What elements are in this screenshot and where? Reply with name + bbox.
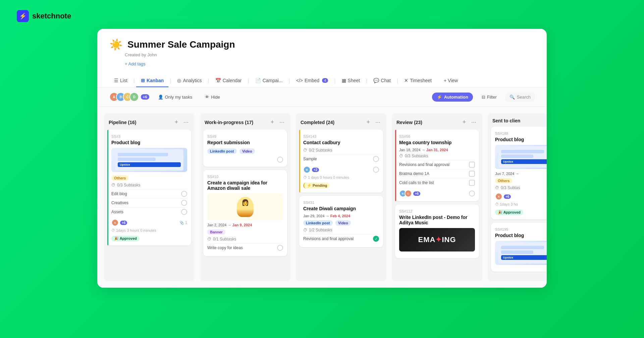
wip-more-btn[interactable]: ··· [278, 118, 286, 126]
card-ss10-title: Create a campaign idea for Amazon diwali… [207, 180, 283, 191]
automation-icon: ⚡ [437, 95, 442, 100]
subtask-sample-check [373, 156, 379, 162]
tab-timesheet-label: Timesheet [410, 78, 432, 83]
subtask-editblog-check [181, 191, 187, 197]
card-ss143-avcount: +2 [312, 168, 319, 172]
card-ss9-id: SS#9 [207, 134, 283, 138]
calendar-icon: 📅 [215, 78, 221, 83]
column-sent-header: Sent to clien [488, 113, 547, 127]
subtask-writecopy[interactable]: Write copy for ideas [207, 243, 283, 252]
tab-list[interactable]: ☰ List [109, 74, 132, 87]
card-ss112[interactable]: SS#112 Write LinkedIn post - Demo for Ad… [395, 205, 479, 258]
subtask-bratma[interactable]: Bratma demo 1A [399, 169, 475, 178]
tab-view[interactable]: + View [439, 74, 463, 87]
card-ss56-avatars: B C +6 [399, 190, 420, 197]
search-placeholder: Search [517, 95, 531, 100]
card-ss9-tags: LinkedIn post Video [207, 148, 283, 154]
review-more-btn[interactable]: ··· [470, 118, 478, 126]
card-ss188-avcount: +6 [504, 194, 511, 199]
tab-calendar[interactable]: 📅 Calendar [211, 74, 247, 87]
card-ss188-subtasks: ⏱ 0/3 Subtas [495, 185, 547, 190]
kanban-icon: ⊞ [141, 78, 145, 83]
upstox-inner: Upstox [115, 149, 183, 171]
tab-campaign[interactable]: 📄 Campai... [251, 74, 287, 87]
automation-btn[interactable]: ⚡ Automation [432, 93, 473, 102]
card-ss143-id: SS#143 [303, 134, 379, 138]
subtask-sample[interactable]: Sample [303, 154, 379, 163]
card-ss9-footer [207, 157, 283, 163]
card-ss188-avatars: A +6 [495, 193, 511, 200]
upstox-bar-1 [118, 153, 168, 156]
amazon-figure: 👩 [237, 197, 254, 217]
review-add-btn[interactable]: + [461, 118, 467, 126]
tab-analytics[interactable]: ◎ Analytics [172, 74, 206, 87]
card-ss9[interactable]: SS#9 Report submission LinkedIn post Vid… [203, 130, 287, 167]
wip-add-btn[interactable]: + [269, 118, 275, 126]
hide-btn[interactable]: 👁 Hide [201, 93, 224, 102]
upstox-inner-195: Upstox [498, 242, 547, 264]
upstox-bar-195-2 [501, 250, 533, 254]
card-ss31[interactable]: SS#31 Create Diwali campaign Jan 29, 202… [299, 196, 383, 247]
tab-chat[interactable]: 💬 Chat [369, 74, 395, 87]
card-ss3-time: ⏱ 1days 3 hours 0 minutes [111, 228, 187, 232]
tab-timesheet[interactable]: ✕ Timesheet [399, 74, 436, 87]
subtask-revisions[interactable]: Revisions and final approval ✓ [303, 234, 379, 243]
subtask-assets[interactable]: Assets [111, 207, 187, 216]
tag-video-ss9: Video [239, 149, 255, 154]
card-ss143[interactable]: SS#143 Contact cadbury ⏱ 0/2 Subtasks Sa… [299, 130, 383, 192]
tab-kanban[interactable]: ⊞ Kanban [136, 74, 168, 87]
card-ss56-dates: Jan 18, 2024 → Jan 31, 2024 [399, 148, 475, 152]
add-tags-btn[interactable]: + Add tags [125, 61, 146, 66]
filter-btn[interactable]: ⊟ Filter [478, 93, 501, 102]
card-ss10[interactable]: SS#10 Create a campaign idea for Amazon … [203, 170, 287, 256]
card-ss3-footer: A +6 📎 1 [111, 219, 187, 226]
tag-others-ss188: Others [495, 178, 512, 183]
column-wip-title: Work-in-progress (17) [205, 120, 253, 125]
pipeline-more-btn[interactable]: ··· [182, 118, 190, 126]
pipeline-cards: SS#3 Product blog Upstox Others ⏱ [104, 130, 195, 281]
column-pipeline-title: Pipeline (16) [109, 120, 136, 125]
tab-sheet[interactable]: ▦ Sheet [337, 74, 365, 87]
card-ss56-av2: C [405, 190, 412, 197]
completed-more-btn[interactable]: ··· [374, 118, 382, 126]
subtask-creatives-label: Creatives [111, 201, 128, 205]
time-label-ss188: 1days 3 ho [500, 202, 518, 206]
column-wip-header: Work-in-progress (17) + ··· [200, 113, 290, 130]
card-ss31-tags: LinkedIn post Video [303, 220, 379, 226]
time-icon-ss143: ⏱ [303, 175, 307, 179]
sheet-icon: ▦ [342, 78, 346, 83]
tab-view-label: + View [444, 78, 458, 83]
only-my-tasks-btn[interactable]: 👤 Only my tasks [154, 93, 197, 102]
card-ss188-id: SS#188 [495, 131, 547, 135]
subtask-editblog[interactable]: Edit blog [111, 189, 187, 198]
card-ss56[interactable]: SS#56 Mega country township Jan 18, 2024… [395, 130, 479, 201]
subtask-coldcalls[interactable]: Cold calls to the list [399, 178, 475, 187]
card-ss3-title: Product blog [111, 140, 187, 145]
tab-calendar-label: Calendar [223, 78, 242, 83]
upstox-bar-188-1 [501, 150, 544, 153]
card-ss9-check [277, 157, 283, 163]
search-box[interactable]: 🔍 Search [505, 93, 535, 102]
attachment-count: 1 [185, 221, 187, 225]
card-ss143-title: Contact cadbury [303, 140, 379, 145]
tabs-row: ☰ List | ⊞ Kanban | ◎ Analytics | 📅 Cale… [109, 74, 535, 87]
logo[interactable]: ⚡ sketchnote [17, 10, 71, 22]
subtasks-label-ss188: 0/3 Subtas [501, 185, 520, 190]
avatars-group: A B C D +6 [109, 92, 149, 102]
subtask-revisions-ss56[interactable]: Revisions and final approval [399, 160, 475, 169]
card-ss112-title: Write LinkedIn post - Demo for Aditya Mu… [399, 215, 475, 225]
pipeline-add-btn[interactable]: + [173, 118, 179, 126]
upstox-bar-2 [118, 158, 155, 161]
card-ss143-avatars: B +2 [303, 166, 319, 173]
subtasks-icon-ss3: ⏱ [111, 183, 115, 187]
completed-add-btn[interactable]: + [365, 118, 371, 126]
emaling-text: EMA✦ING [418, 235, 456, 244]
subtask-creatives[interactable]: Creatives [111, 198, 187, 207]
embed-icon: </> [296, 78, 303, 83]
tab-embed[interactable]: </> Embed 4 [291, 74, 333, 87]
tab-campaign-label: Campai... [263, 78, 283, 83]
card-ss188[interactable]: SS#188 Product blog Upstox Jun 7, 2024 →… [491, 127, 547, 219]
card-ss56-footer: B C +6 [399, 190, 475, 197]
card-ss3[interactable]: SS#3 Product blog Upstox Others ⏱ [107, 130, 191, 245]
card-ss195[interactable]: SS#195 Product blog Upstox [491, 223, 547, 272]
